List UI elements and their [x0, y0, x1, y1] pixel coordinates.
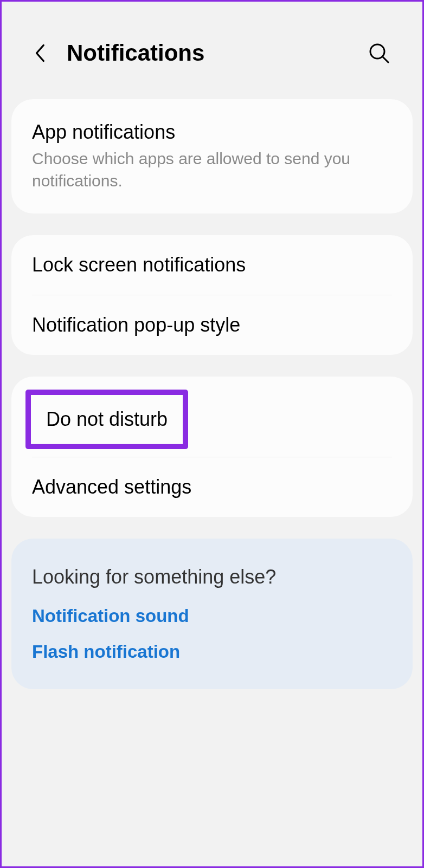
back-button[interactable]: [29, 42, 50, 64]
app-notifications-card: App notifications Choose which apps are …: [11, 99, 413, 213]
lock-screen-notifications-title: Lock screen notifications: [32, 254, 392, 276]
search-button[interactable]: [365, 40, 393, 67]
dnd-advanced-card: Do not disturb Advanced settings: [11, 377, 413, 517]
popup-style-title: Notification pop-up style: [32, 314, 392, 336]
app-notifications-subtitle: Choose which apps are allowed to send yo…: [32, 148, 392, 192]
advanced-settings-title: Advanced settings: [32, 476, 392, 498]
app-notifications-title: App notifications: [32, 121, 392, 144]
flash-notification-link[interactable]: Flash notification: [32, 642, 392, 662]
svg-line-1: [383, 57, 388, 62]
do-not-disturb-highlight: Do not disturb: [25, 390, 188, 449]
chevron-left-icon: [34, 43, 46, 63]
do-not-disturb-title: Do not disturb: [46, 408, 168, 431]
popup-style-item[interactable]: Notification pop-up style: [11, 295, 413, 355]
notifications-style-card: Lock screen notifications Notification p…: [11, 235, 413, 355]
do-not-disturb-item[interactable]: Do not disturb: [11, 377, 413, 457]
related-heading: Looking for something else?: [32, 566, 392, 588]
related-card: Looking for something else? Notification…: [11, 539, 413, 689]
app-notifications-item[interactable]: App notifications Choose which apps are …: [11, 99, 413, 213]
lock-screen-notifications-item[interactable]: Lock screen notifications: [11, 235, 413, 295]
search-icon: [368, 42, 390, 64]
header-bar: Notifications: [2, 2, 422, 94]
page-title: Notifications: [67, 40, 349, 66]
notification-sound-link[interactable]: Notification sound: [32, 606, 392, 626]
advanced-settings-item[interactable]: Advanced settings: [11, 457, 413, 517]
